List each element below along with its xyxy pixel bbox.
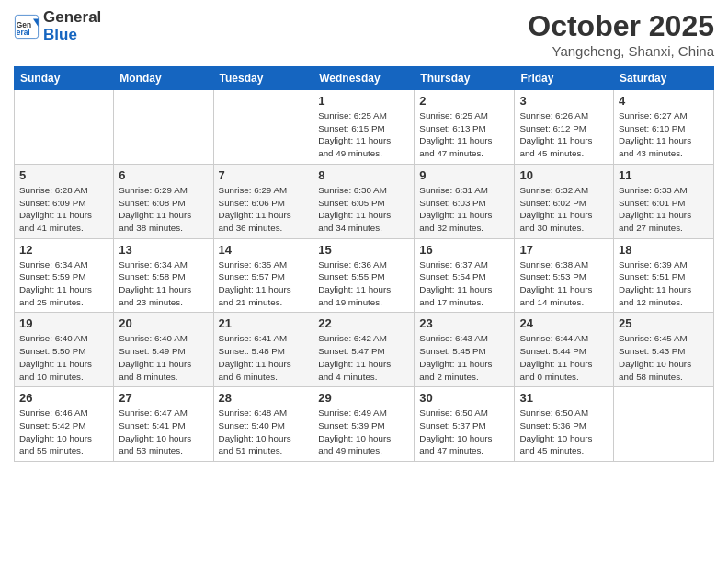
page-container: Gen eral General Blue October 2025 Yangc… bbox=[0, 0, 728, 563]
calendar-cell: 2Sunrise: 6:25 AM Sunset: 6:13 PM Daylig… bbox=[415, 90, 515, 165]
day-info: Sunrise: 6:31 AM Sunset: 6:03 PM Dayligh… bbox=[419, 184, 509, 235]
day-number: 13 bbox=[119, 243, 208, 257]
calendar-cell: 9Sunrise: 6:31 AM Sunset: 6:03 PM Daylig… bbox=[415, 164, 515, 238]
day-info: Sunrise: 6:30 AM Sunset: 6:05 PM Dayligh… bbox=[318, 184, 409, 235]
day-number: 5 bbox=[19, 168, 108, 182]
day-number: 26 bbox=[19, 391, 108, 405]
day-info: Sunrise: 6:35 AM Sunset: 5:57 PM Dayligh… bbox=[219, 259, 309, 309]
calendar-cell: 30Sunrise: 6:50 AM Sunset: 5:37 PM Dayli… bbox=[415, 387, 515, 462]
calendar-cell: 25Sunrise: 6:45 AM Sunset: 5:43 PM Dayli… bbox=[614, 313, 714, 387]
weekday-saturday: Saturday bbox=[614, 67, 714, 90]
logo-blue: Blue bbox=[43, 26, 77, 43]
day-info: Sunrise: 6:42 AM Sunset: 5:47 PM Dayligh… bbox=[318, 332, 409, 383]
svg-text:eral: eral bbox=[17, 28, 30, 37]
day-number: 29 bbox=[318, 391, 409, 405]
calendar-cell: 23Sunrise: 6:43 AM Sunset: 5:45 PM Dayli… bbox=[415, 313, 515, 387]
day-info: Sunrise: 6:34 AM Sunset: 5:58 PM Dayligh… bbox=[119, 259, 208, 309]
calendar: SundayMondayTuesdayWednesdayThursdayFrid… bbox=[14, 66, 714, 462]
calendar-cell: 6Sunrise: 6:29 AM Sunset: 6:08 PM Daylig… bbox=[114, 164, 213, 238]
title-block: October 2025 Yangcheng, Shanxi, China bbox=[528, 9, 714, 59]
day-number: 4 bbox=[619, 94, 709, 108]
day-number: 8 bbox=[318, 168, 409, 182]
calendar-cell: 4Sunrise: 6:27 AM Sunset: 6:10 PM Daylig… bbox=[614, 90, 714, 165]
day-number: 11 bbox=[619, 168, 709, 182]
calendar-cell: 7Sunrise: 6:29 AM Sunset: 6:06 PM Daylig… bbox=[213, 164, 313, 238]
day-number: 9 bbox=[419, 168, 509, 182]
logo: Gen eral General Blue bbox=[14, 9, 101, 43]
day-info: Sunrise: 6:47 AM Sunset: 5:41 PM Dayligh… bbox=[119, 407, 208, 457]
calendar-cell: 3Sunrise: 6:26 AM Sunset: 6:12 PM Daylig… bbox=[515, 90, 614, 165]
day-info: Sunrise: 6:40 AM Sunset: 5:50 PM Dayligh… bbox=[19, 332, 108, 383]
calendar-cell: 29Sunrise: 6:49 AM Sunset: 5:39 PM Dayli… bbox=[313, 387, 415, 462]
weekday-monday: Monday bbox=[114, 67, 213, 90]
day-info: Sunrise: 6:41 AM Sunset: 5:48 PM Dayligh… bbox=[219, 332, 309, 383]
logo-icon: Gen eral bbox=[14, 14, 40, 40]
day-number: 15 bbox=[318, 243, 409, 257]
day-info: Sunrise: 6:28 AM Sunset: 6:09 PM Dayligh… bbox=[19, 184, 108, 235]
day-number: 24 bbox=[519, 316, 609, 330]
day-number: 16 bbox=[419, 243, 509, 257]
day-info: Sunrise: 6:29 AM Sunset: 6:06 PM Dayligh… bbox=[219, 184, 309, 235]
calendar-cell: 31Sunrise: 6:50 AM Sunset: 5:36 PM Dayli… bbox=[515, 387, 614, 462]
day-info: Sunrise: 6:50 AM Sunset: 5:36 PM Dayligh… bbox=[519, 407, 609, 457]
day-info: Sunrise: 6:25 AM Sunset: 6:13 PM Dayligh… bbox=[419, 109, 509, 160]
day-info: Sunrise: 6:37 AM Sunset: 5:54 PM Dayligh… bbox=[419, 259, 509, 309]
day-info: Sunrise: 6:38 AM Sunset: 5:53 PM Dayligh… bbox=[519, 259, 609, 309]
calendar-cell: 24Sunrise: 6:44 AM Sunset: 5:44 PM Dayli… bbox=[515, 313, 614, 387]
calendar-cell: 21Sunrise: 6:41 AM Sunset: 5:48 PM Dayli… bbox=[213, 313, 313, 387]
day-info: Sunrise: 6:29 AM Sunset: 6:08 PM Dayligh… bbox=[119, 184, 208, 235]
day-number: 31 bbox=[519, 391, 609, 405]
calendar-cell: 17Sunrise: 6:38 AM Sunset: 5:53 PM Dayli… bbox=[515, 238, 614, 313]
day-number: 14 bbox=[219, 243, 309, 257]
calendar-cell: 12Sunrise: 6:34 AM Sunset: 5:59 PM Dayli… bbox=[15, 238, 114, 313]
day-info: Sunrise: 6:45 AM Sunset: 5:43 PM Dayligh… bbox=[619, 332, 709, 383]
calendar-cell: 18Sunrise: 6:39 AM Sunset: 5:51 PM Dayli… bbox=[614, 238, 714, 313]
day-info: Sunrise: 6:26 AM Sunset: 6:12 PM Dayligh… bbox=[519, 109, 609, 160]
calendar-cell: 1Sunrise: 6:25 AM Sunset: 6:15 PM Daylig… bbox=[313, 90, 415, 165]
calendar-header: SundayMondayTuesdayWednesdayThursdayFrid… bbox=[15, 67, 714, 90]
calendar-week-2: 12Sunrise: 6:34 AM Sunset: 5:59 PM Dayli… bbox=[15, 238, 714, 313]
calendar-cell: 28Sunrise: 6:48 AM Sunset: 5:40 PM Dayli… bbox=[213, 387, 313, 462]
day-number: 10 bbox=[519, 168, 609, 182]
weekday-thursday: Thursday bbox=[415, 67, 515, 90]
calendar-cell: 22Sunrise: 6:42 AM Sunset: 5:47 PM Dayli… bbox=[313, 313, 415, 387]
logo-general: General bbox=[43, 8, 101, 26]
calendar-cell: 11Sunrise: 6:33 AM Sunset: 6:01 PM Dayli… bbox=[614, 164, 714, 238]
calendar-cell: 8Sunrise: 6:30 AM Sunset: 6:05 PM Daylig… bbox=[313, 164, 415, 238]
day-info: Sunrise: 6:33 AM Sunset: 6:01 PM Dayligh… bbox=[619, 184, 709, 235]
calendar-cell bbox=[614, 387, 714, 462]
day-number: 28 bbox=[219, 391, 309, 405]
logo-text: General Blue bbox=[43, 9, 101, 43]
day-number: 7 bbox=[219, 168, 309, 182]
weekday-tuesday: Tuesday bbox=[213, 67, 313, 90]
day-info: Sunrise: 6:36 AM Sunset: 5:55 PM Dayligh… bbox=[318, 259, 409, 309]
day-info: Sunrise: 6:25 AM Sunset: 6:15 PM Dayligh… bbox=[318, 109, 409, 160]
day-number: 17 bbox=[519, 243, 609, 257]
header: Gen eral General Blue October 2025 Yangc… bbox=[14, 9, 714, 59]
day-info: Sunrise: 6:27 AM Sunset: 6:10 PM Dayligh… bbox=[619, 109, 709, 160]
day-number: 20 bbox=[119, 316, 208, 330]
location: Yangcheng, Shanxi, China bbox=[528, 43, 714, 59]
day-number: 1 bbox=[318, 94, 409, 108]
day-info: Sunrise: 6:49 AM Sunset: 5:39 PM Dayligh… bbox=[318, 407, 409, 457]
calendar-week-3: 19Sunrise: 6:40 AM Sunset: 5:50 PM Dayli… bbox=[15, 313, 714, 387]
calendar-cell bbox=[114, 90, 213, 165]
day-info: Sunrise: 6:34 AM Sunset: 5:59 PM Dayligh… bbox=[19, 259, 108, 309]
calendar-body: 1Sunrise: 6:25 AM Sunset: 6:15 PM Daylig… bbox=[15, 90, 714, 462]
day-info: Sunrise: 6:32 AM Sunset: 6:02 PM Dayligh… bbox=[519, 184, 609, 235]
weekday-wednesday: Wednesday bbox=[313, 67, 415, 90]
day-number: 2 bbox=[419, 94, 509, 108]
month-title: October 2025 bbox=[528, 9, 714, 43]
day-info: Sunrise: 6:43 AM Sunset: 5:45 PM Dayligh… bbox=[419, 332, 509, 383]
calendar-week-4: 26Sunrise: 6:46 AM Sunset: 5:42 PM Dayli… bbox=[15, 387, 714, 462]
calendar-cell: 26Sunrise: 6:46 AM Sunset: 5:42 PM Dayli… bbox=[15, 387, 114, 462]
day-number: 12 bbox=[19, 243, 108, 257]
calendar-cell: 19Sunrise: 6:40 AM Sunset: 5:50 PM Dayli… bbox=[15, 313, 114, 387]
weekday-header-row: SundayMondayTuesdayWednesdayThursdayFrid… bbox=[15, 67, 714, 90]
weekday-sunday: Sunday bbox=[15, 67, 114, 90]
day-number: 23 bbox=[419, 316, 509, 330]
day-number: 3 bbox=[519, 94, 609, 108]
day-info: Sunrise: 6:39 AM Sunset: 5:51 PM Dayligh… bbox=[619, 259, 709, 309]
calendar-week-1: 5Sunrise: 6:28 AM Sunset: 6:09 PM Daylig… bbox=[15, 164, 714, 238]
calendar-cell: 14Sunrise: 6:35 AM Sunset: 5:57 PM Dayli… bbox=[213, 238, 313, 313]
